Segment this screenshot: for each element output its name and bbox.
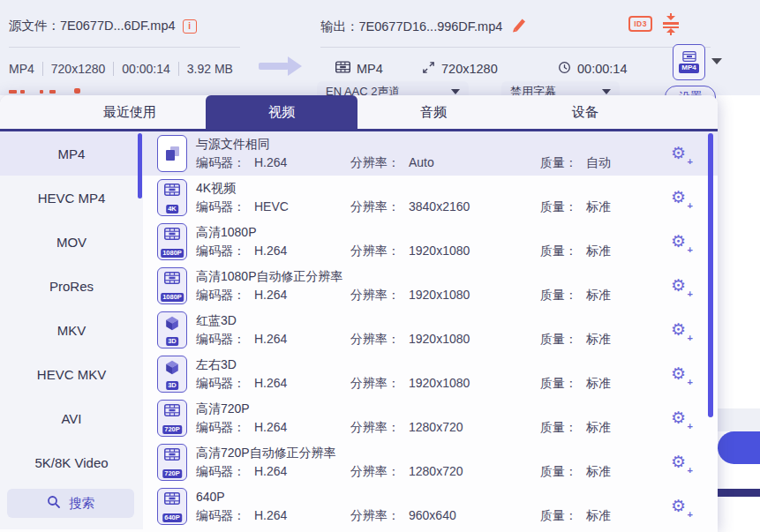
sidebar-item-mp4[interactable]: MP4 <box>0 131 143 176</box>
preset-resolution: 分辨率：1280x720 <box>350 464 463 480</box>
film-icon: 1080P <box>157 223 187 260</box>
gear-plus-icon[interactable]: ⚙+ <box>671 145 690 164</box>
preset-title: 高清720P自动修正分辨率 <box>196 446 336 461</box>
clipped-orange-text <box>49 90 56 94</box>
format-button-badge: MP4 <box>679 64 698 73</box>
clipped-orange-text <box>40 90 43 94</box>
cube-icon: 3D <box>157 311 187 348</box>
search-icon <box>47 495 61 512</box>
preset-badge: 720P <box>162 425 182 434</box>
convert-button-partial[interactable] <box>718 431 760 464</box>
sidebar-item-mkv[interactable]: MKV <box>0 308 143 352</box>
gear-plus-icon[interactable]: ⚙+ <box>671 453 690 473</box>
preset-row[interactable]: 与源文件相同编码器：H.264分辨率：Auto质量：自动⚙+ <box>143 131 718 176</box>
preset-encoder: 编码器：H.264 <box>196 332 287 348</box>
output-duration-value: 00:00:14 <box>577 62 627 76</box>
tab-video[interactable]: 视频 <box>206 95 357 129</box>
preset-row[interactable]: 720P高清720P自动修正分辨率编码器：H.264分辨率：1280x720质量… <box>143 440 718 484</box>
preset-resolution: 分辨率：1920x1080 <box>350 288 470 303</box>
source-file-label: 源文件：7E0677D...6DF.mp4 <box>9 18 176 34</box>
sidebar-item-mov[interactable]: MOV <box>0 220 143 264</box>
preset-row[interactable]: 1080P高清1080P编码器：H.264分辨率：1920x1080质量：标准⚙… <box>143 220 718 264</box>
search-button[interactable]: 搜索 <box>7 489 134 518</box>
preset-quality: 质量：标准 <box>540 420 611 436</box>
format-dropdown-caret[interactable] <box>711 58 722 64</box>
output-file-line: 输出：7E0677D16...996DF.mp4 <box>320 18 527 36</box>
preset-quality: 质量：标准 <box>540 199 611 215</box>
gear-plus-icon[interactable]: ⚙+ <box>671 321 690 341</box>
gear-plus-icon[interactable]: ⚙+ <box>671 498 690 517</box>
film-icon: 720P <box>157 400 187 437</box>
gear-plus-icon[interactable]: ⚙+ <box>671 277 690 296</box>
info-icon[interactable]: i <box>183 19 197 34</box>
id3-tag-icon[interactable]: ID3 <box>628 16 652 32</box>
split-icon[interactable] <box>662 13 680 35</box>
format-sidebar: MP4HEVC MP4MOVProResMKVHEVC MKVAVI5K/8K … <box>0 131 143 529</box>
preset-row[interactable]: 720P高清720P编码器：H.264分辨率：1280x720质量：标准⚙+ <box>143 396 718 440</box>
preset-resolution: 分辨率：3840x2160 <box>350 199 470 215</box>
preset-title: 高清1080P <box>196 225 256 241</box>
panel-content: MP4HEVC MP4MOVProResMKVHEVC MKVAVI5K/8K … <box>0 131 718 529</box>
background-toolbar-strip <box>718 408 760 431</box>
gear-plus-icon[interactable]: ⚙+ <box>671 409 690 429</box>
preset-badge: 1080P <box>161 293 184 302</box>
film-icon: 640P <box>157 488 187 525</box>
tab-device[interactable]: 设备 <box>509 95 661 129</box>
preset-row[interactable]: 3D红蓝3D编码器：H.264分辨率：1920x1080质量：标准⚙+ <box>143 308 718 352</box>
preset-badge: 3D <box>166 337 178 346</box>
preset-resolution: 分辨率：960x640 <box>350 508 456 524</box>
preset-badge: 3D <box>166 381 178 390</box>
preset-row[interactable]: 640P640P编码器：H.264分辨率：960x640质量：标准⚙+ <box>143 484 718 528</box>
preset-title: 与源文件相同 <box>196 137 270 153</box>
preset-quality: 质量：标准 <box>540 244 611 259</box>
output-divider <box>320 47 711 48</box>
source-size: 3.92 MB <box>178 62 241 76</box>
sidebar-item-5k-8k-video[interactable]: 5K/8K Video <box>0 440 143 484</box>
preset-encoder: 编码器：H.264 <box>196 155 287 171</box>
sidebar-item-prores[interactable]: ProRes <box>0 264 143 308</box>
chevron-down-icon <box>451 89 460 94</box>
output-format-button[interactable]: MP4 <box>673 44 705 80</box>
chevron-down-icon <box>602 89 611 94</box>
preset-title: 高清720P <box>196 401 250 417</box>
preset-encoder: 编码器：HEVC <box>196 199 289 215</box>
source-filename: 7E0677D...6DF.mp4 <box>60 19 176 33</box>
sidebar-item-hevc-mkv[interactable]: HEVC MKV <box>0 352 143 396</box>
source-duration: 00:00:14 <box>113 62 178 76</box>
preset-quality: 质量：标准 <box>540 332 611 348</box>
source-file-line: 源文件：7E0677D...6DF.mp4 i <box>9 18 197 34</box>
preset-list: 与源文件相同编码器：H.264分辨率：Auto质量：自动⚙+4K4K视频编码器：… <box>143 131 718 529</box>
output-filename: 7E0677D16...996DF.mp4 <box>359 19 503 34</box>
preset-resolution: 分辨率：1920x1080 <box>350 376 470 392</box>
format-picker-panel: 最近使用 视频 音频 设备 MP4HEVC MP4MOVProResMKVHEV… <box>0 95 718 532</box>
tab-recent[interactable]: 最近使用 <box>54 95 206 129</box>
sidebar-scrollbar[interactable] <box>138 133 142 199</box>
sidebar-item-hevc-mp4[interactable]: HEVC MP4 <box>0 176 143 220</box>
sidebar-item-avi[interactable]: AVI <box>0 396 143 440</box>
preset-resolution: 分辨率：1920x1080 <box>350 244 470 259</box>
edit-icon[interactable] <box>511 18 527 36</box>
preset-quality: 质量：标准 <box>540 464 611 480</box>
top-bar: 源文件：7E0677D...6DF.mp4 i MP4 720x1280 00:… <box>0 0 760 95</box>
gear-plus-icon[interactable]: ⚙+ <box>671 189 690 208</box>
preset-title: 左右3D <box>196 357 237 373</box>
source-resolution: 720x1280 <box>42 62 114 76</box>
sidebar-list: MP4HEVC MP4MOVProResMKVHEVC MKVAVI5K/8K … <box>0 131 143 484</box>
preset-row[interactable]: 4K4K视频编码器：HEVC分辨率：3840x2160质量：标准⚙+ <box>143 176 718 220</box>
preset-resolution: 分辨率：1920x1080 <box>350 332 470 348</box>
source-divider <box>9 47 240 48</box>
preset-badge: 4K <box>166 205 178 214</box>
preset-row[interactable]: 1080P高清1080P自动修正分辨率编码器：H.264分辨率：1920x108… <box>143 264 718 308</box>
output-resolution-info: 720x1280 <box>422 61 498 77</box>
gear-plus-icon[interactable]: ⚙+ <box>671 365 690 385</box>
tab-audio[interactable]: 音频 <box>357 95 509 129</box>
preset-row[interactable]: 3D左右3D编码器：H.264分辨率：1920x1080质量：标准⚙+ <box>143 352 718 396</box>
preset-badge: 720P <box>162 469 182 478</box>
film-icon: 4K <box>157 179 187 216</box>
list-scrollbar[interactable] <box>708 133 713 417</box>
preset-quality: 质量：自动 <box>540 155 611 171</box>
gear-plus-icon[interactable]: ⚙+ <box>671 233 690 252</box>
copy-icon <box>157 135 187 172</box>
clipped-orange-text <box>74 88 80 94</box>
preset-title: 640P <box>196 490 225 504</box>
